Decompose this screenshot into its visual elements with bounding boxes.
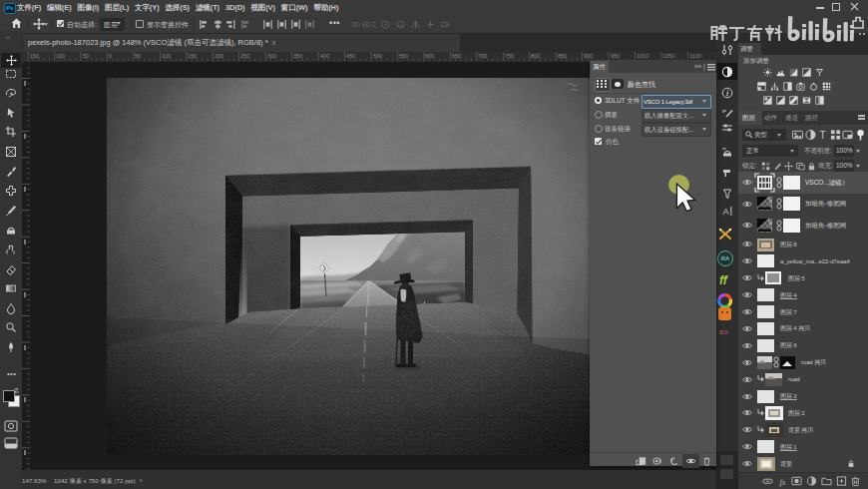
svg-text:T: T	[819, 130, 825, 141]
svg-text:A: A	[722, 207, 728, 217]
svg-text:i: i	[726, 89, 729, 98]
svg-text:fx: fx	[779, 478, 785, 487]
